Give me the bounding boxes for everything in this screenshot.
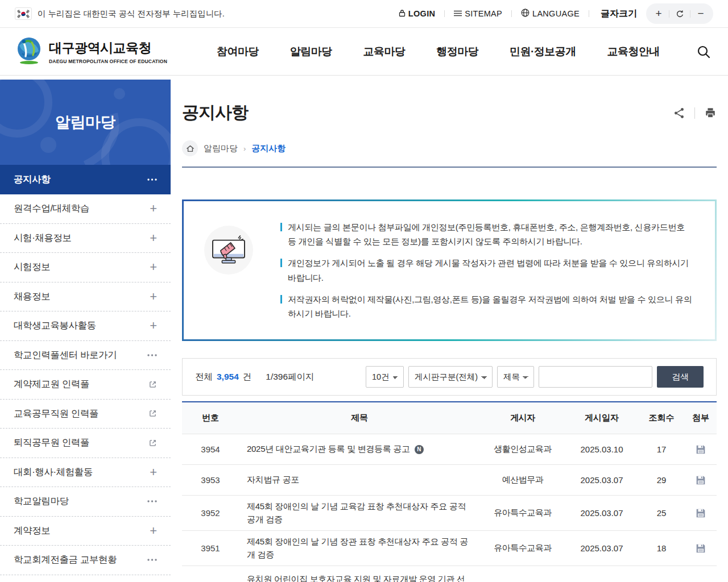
- column-header: 게시자: [480, 413, 565, 423]
- site-name: 대구광역시교육청: [49, 39, 167, 57]
- sidebar-menu-item[interactable]: 계약정보+: [0, 517, 171, 546]
- expand-plus-icon: +: [150, 290, 157, 303]
- external-link-icon: [148, 409, 157, 418]
- menu-lines-icon: [454, 9, 462, 18]
- sidebar-menu: 공지사항원격수업/대체학습+시험·채용정보+시험정보+채용정보+대학생교육봉사활…: [0, 165, 171, 575]
- row-department: 유아특수교육과: [480, 508, 565, 518]
- table-row[interactable]: 3951제45회 장애인의 날 기념 장관 표창 추천대상자 주요 공적 공개 …: [182, 531, 717, 566]
- font-reset-button[interactable]: [669, 3, 690, 24]
- more-dots-icon: [147, 559, 157, 561]
- sitemap-link[interactable]: SITEMAP: [454, 9, 502, 18]
- sidebar-menu-item[interactable]: 채용정보+: [0, 282, 171, 312]
- expand-plus-icon: +: [150, 466, 157, 479]
- divider: [694, 107, 695, 119]
- sidebar-menu-item[interactable]: 퇴직공무원 인력풀: [0, 429, 171, 458]
- font-decrease-button[interactable]: −: [690, 3, 711, 24]
- sidebar-menu-item[interactable]: 교육공무직원 인력풀: [0, 400, 171, 429]
- home-icon[interactable]: [182, 140, 198, 156]
- table-row[interactable]: 유치원 어린이집 보호자교육 지원 및 자료개발 운영 기관 선정을: [182, 566, 717, 582]
- attachment-disk-icon: [696, 475, 706, 485]
- official-site-notice: 이 누리집은 대한민국 공식 전자정부 누리집입니다.: [38, 9, 225, 19]
- external-link-icon: [148, 439, 157, 447]
- row-views: 25: [638, 508, 685, 518]
- notice-text: 게시되는 글의 본문이나 첨부파일에 개인정보(주민등록번호, 휴대폰번호, 주…: [288, 220, 692, 248]
- expand-plus-icon: +: [150, 525, 157, 537]
- page-info: 1/396페이지: [266, 371, 314, 383]
- chevron-right-icon: ›: [243, 144, 246, 153]
- table-row[interactable]: 39542025년 대안교육기관 등록 및 변경등록 공고N생활인성교육과202…: [182, 434, 717, 465]
- sidebar-item-label: 시험정보: [14, 261, 50, 273]
- sidebar-item-label: 원격수업/대체학습: [14, 202, 89, 215]
- row-number: 3951: [182, 543, 239, 553]
- search-field-select[interactable]: 제목: [497, 366, 534, 388]
- main-nav-item[interactable]: 교육청안내: [607, 44, 660, 59]
- sidebar-menu-item[interactable]: 계약제교원 인력풀: [0, 370, 171, 400]
- main-nav-item[interactable]: 행정마당: [436, 44, 478, 59]
- notice-table: 번호제목게시자게시일자조회수첨부 39542025년 대안교육기관 등록 및 변…: [182, 401, 717, 582]
- sidebar-item-label: 공지사항: [14, 173, 50, 186]
- search-submit-button[interactable]: 검색: [657, 366, 704, 388]
- sidebar-menu-item[interactable]: 학교인력풀센터 바로가기: [0, 341, 171, 371]
- row-views: 17: [638, 444, 685, 454]
- share-button[interactable]: [673, 107, 685, 119]
- login-link[interactable]: LOGIN: [399, 9, 435, 19]
- privacy-notice-box: 게시되는 글의 본문이나 첨부파일에 개인정보(주민등록번호, 휴대폰번호, 주…: [182, 199, 717, 341]
- search-input[interactable]: [539, 366, 652, 388]
- sidebar-menu-item[interactable]: 학교알림마당: [0, 487, 171, 517]
- divider: [444, 10, 445, 17]
- sidebar-menu-item[interactable]: 시험정보+: [0, 253, 171, 282]
- site-header: 대구광역시교육청 DAEGU METROPOLITAN OFFICE OF ED…: [0, 28, 728, 76]
- print-button[interactable]: [704, 107, 717, 119]
- row-date: 2025.03.07: [565, 508, 638, 518]
- site-logo[interactable]: 대구광역시교육청 DAEGU METROPOLITAN OFFICE OF ED…: [15, 36, 185, 68]
- post-title-link[interactable]: 제45회 장애인의 날 기념 장관 표창 추천대상자 주요 공적 공개 검증: [247, 535, 472, 561]
- table-row[interactable]: 3953자치법규 공포예산법무과2025.03.0729: [182, 465, 717, 496]
- page-title: 공지사항: [182, 101, 248, 124]
- row-department: 유아특수교육과: [480, 543, 565, 554]
- post-title-link[interactable]: 2025년 대안교육기관 등록 및 변경등록 공고: [247, 443, 410, 456]
- post-title-link[interactable]: 유치원 어린이집 보호자교육 지원 및 자료개발 운영 기관 선정을: [247, 573, 472, 582]
- post-title-link[interactable]: 자치법규 공포: [247, 473, 299, 487]
- board-filter-select[interactable]: 게시판구분(전체): [408, 366, 493, 388]
- bullet-marker: [280, 295, 282, 304]
- main-nav-item[interactable]: 참여마당: [217, 44, 259, 59]
- more-dots-icon: [147, 354, 157, 356]
- more-dots-icon: [147, 178, 157, 181]
- sidebar-item-label: 학교회계전출금 교부현황: [14, 554, 117, 566]
- row-department: 예산법무과: [480, 475, 565, 485]
- sidebar-menu-item[interactable]: 원격수업/대체학습+: [0, 194, 171, 224]
- list-controls: 전체 3,954 건 1/396페이지 10건 게시판구분(전체) 제목 검색: [182, 358, 717, 396]
- sidebar-item-label: 채용정보: [14, 290, 50, 303]
- sidebar-item-label: 교육공무직원 인력풀: [14, 408, 98, 420]
- per-page-select[interactable]: 10건: [366, 366, 404, 388]
- sidebar-item-label: 학교알림마당: [14, 495, 69, 508]
- sidebar-menu-item[interactable]: 학교회계전출금 교부현황: [0, 546, 171, 575]
- font-size-label: 글자크기: [601, 8, 637, 20]
- sidebar-menu-item[interactable]: 시험·채용정보+: [0, 224, 171, 253]
- site-name-english: DAEGU METROPOLITAN OFFICE OF EDUCATION: [49, 59, 167, 64]
- language-link[interactable]: LANGUAGE: [521, 9, 580, 19]
- expand-plus-icon: +: [150, 261, 157, 273]
- main-nav-item[interactable]: 알림마당: [290, 44, 332, 59]
- sidebar-menu-item[interactable]: 공지사항: [0, 165, 171, 194]
- main-nav-item[interactable]: 민원·정보공개: [510, 44, 576, 59]
- table-row[interactable]: 3952제45회 장애인의 날 기념 교육감 표창 추천대상자 주요 공적 공개…: [182, 496, 717, 531]
- post-title-link[interactable]: 제45회 장애인의 날 기념 교육감 표창 추천대상자 주요 공적 공개 검증: [247, 500, 472, 526]
- row-number: 3953: [182, 475, 239, 485]
- font-increase-button[interactable]: +: [648, 3, 669, 24]
- expand-plus-icon: +: [150, 319, 157, 332]
- breadcrumb-item[interactable]: 알림마당: [204, 143, 238, 154]
- notice-list: 게시되는 글의 본문이나 첨부파일에 개인정보(주민등록번호, 휴대폰번호, 주…: [280, 220, 692, 321]
- sidebar-menu-item[interactable]: 대학생교육봉사활동+: [0, 311, 171, 341]
- search-button-header[interactable]: [694, 42, 713, 61]
- utility-bar: 이 누리집은 대한민국 공식 전자정부 누리집입니다. LOGIN SITEMA…: [0, 0, 728, 28]
- main-nav-item[interactable]: 교육마당: [363, 44, 405, 59]
- sidebar-menu-item[interactable]: 대회·행사·체험활동+: [0, 458, 171, 488]
- attachment-disk-icon: [696, 444, 706, 455]
- column-header: 번호: [182, 413, 239, 423]
- row-date: 2025.03.07: [565, 543, 638, 553]
- row-number: 3954: [182, 444, 239, 454]
- sidebar-title: 알림마당: [55, 112, 115, 132]
- font-size-controls: + −: [646, 3, 713, 24]
- notice-item: 저작권자의 허락없이 제작물(사진,그림,영상,폰트 등)을 올릴경우 저작권법…: [280, 292, 692, 321]
